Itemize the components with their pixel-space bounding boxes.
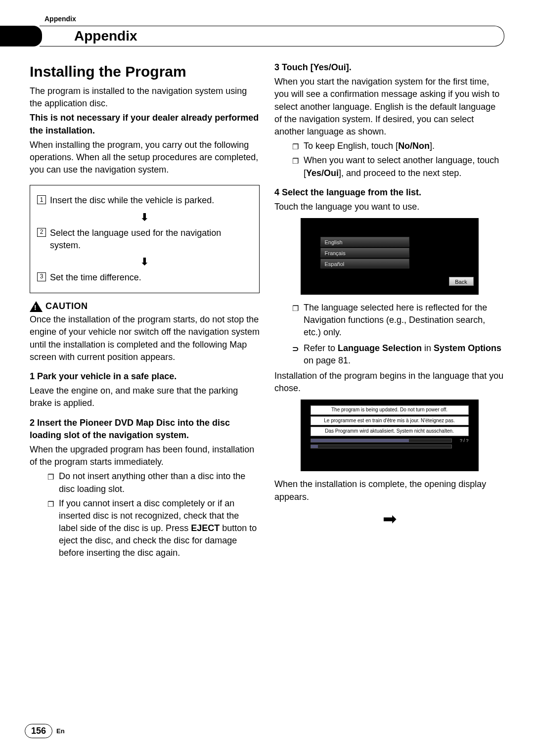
step-1-heading: 1 Park your vehicle in a safe place.	[30, 370, 260, 383]
caution-body: Once the installation of the program sta…	[30, 313, 260, 363]
flow-text-3: Set the time difference.	[50, 271, 141, 284]
ref-bold: System Options	[434, 343, 501, 353]
lang-option-francais[interactable]: Français	[320, 248, 409, 258]
back-button[interactable]: Back	[449, 277, 474, 286]
chapter-tab	[0, 26, 42, 46]
crossref-item: ⊃ Refer to Language Selection in System …	[292, 342, 504, 367]
step-2-bullets: ❐ Do not insert anything other than a di…	[47, 470, 260, 559]
bullet-fragment: ].	[430, 141, 435, 151]
flow-step-1: 1 Insert the disc while the vehicle is p…	[37, 194, 252, 207]
flow-number-1: 1	[37, 195, 46, 204]
step-4-body: Touch the language you want to use.	[274, 201, 504, 213]
bullet-text: To keep English, touch [No/Non].	[304, 140, 435, 152]
flow-text-1: Insert the disc while the vehicle is par…	[50, 194, 214, 207]
install-begin-text: Installation of the program begins in th…	[274, 370, 504, 395]
step-3-body: When you start the navigation system for…	[274, 76, 504, 138]
install-msg-de: Das Programm wird aktualisiert. System n…	[311, 427, 469, 436]
bullet-text: Do not insert anything other than a disc…	[59, 470, 260, 495]
chapter-title-line: Appendix	[40, 26, 504, 46]
lang-option-english[interactable]: English	[320, 237, 409, 247]
language-screen: English Français Español Back	[301, 218, 479, 295]
progress-bar	[311, 445, 452, 448]
flow-step-3: 3 Set the time difference.	[37, 271, 252, 284]
list-item: ❐ Do not insert anything other than a di…	[47, 470, 260, 495]
intro-paragraph-3: When installing the program, you carry o…	[30, 139, 260, 177]
content-columns: Installing the Program The program is in…	[30, 61, 504, 563]
step-4-notes: ❐ The language selected here is reflecte…	[292, 302, 504, 339]
caution-header: CAUTION	[30, 300, 260, 312]
bullet-icon: ❐	[47, 472, 54, 482]
progress-fill	[311, 445, 318, 448]
flow-text-2: Select the language used for the navigat…	[50, 227, 252, 252]
pointer-icon: ⊃	[292, 344, 299, 355]
warning-triangle-icon	[30, 301, 43, 312]
progress-row-1: ? / ?	[311, 438, 469, 444]
step-4-heading: 4 Select the language from the list.	[274, 186, 504, 199]
bullet-text: The language selected here is reflected …	[304, 302, 504, 339]
intro-paragraph-1: The program is installed to the navigati…	[30, 85, 260, 110]
intro-paragraph-2: This is not necessary if your dealer alr…	[30, 112, 260, 136]
yes-oui-label: Yes/Oui	[306, 168, 339, 178]
bullet-icon: ❐	[47, 499, 54, 509]
right-column: 3 Touch [Yes/Oui]. When you start the na…	[274, 61, 504, 563]
bullet-icon: ❐	[292, 303, 299, 313]
section-title: Installing the Program	[30, 61, 260, 82]
progress-count: ? / ?	[455, 438, 469, 444]
flow-box: 1 Insert the disc while the vehicle is p…	[30, 185, 260, 293]
list-item: ❐ When you want to select another langua…	[292, 154, 504, 179]
ref-fragment: in	[422, 343, 434, 353]
page-footer: 156 En	[25, 724, 65, 738]
continue-arrow-icon: ➡	[274, 507, 504, 531]
bullet-icon: ❐	[292, 141, 299, 152]
eject-label: EJECT	[191, 523, 220, 533]
no-non-label: No/Non	[398, 141, 430, 151]
install-done-text: When the installation is complete, the o…	[274, 478, 504, 503]
install-msg-fr: Le programme est en train d'être mis à j…	[311, 416, 469, 426]
install-msg-en: The program is being updated. Do not tur…	[311, 405, 469, 415]
progress-fill	[311, 439, 409, 442]
bullet-text: When you want to select another language…	[304, 154, 504, 179]
progress-bar	[311, 439, 452, 443]
crossref-list: ⊃ Refer to Language Selection in System …	[292, 342, 504, 367]
bullet-text: If you cannot insert a disc completely o…	[59, 497, 260, 560]
chapter-title: Appendix	[74, 28, 137, 44]
page-language: En	[56, 727, 65, 735]
step-3-bullets: ❐ To keep English, touch [No/Non]. ❐ Whe…	[292, 140, 504, 179]
bullet-fragment: To keep English, touch [	[304, 141, 398, 151]
left-column: Installing the Program The program is in…	[30, 61, 260, 563]
install-progress-screen: The program is being updated. Do not tur…	[301, 400, 479, 471]
manual-page: { "header": { "breadcrumb": "Appendix", …	[0, 0, 534, 756]
step-2-body: When the upgraded program has been found…	[30, 444, 260, 468]
chapter-header: Appendix	[30, 26, 504, 46]
bullet-icon: ❐	[292, 156, 299, 166]
list-item: ❐ If you cannot insert a disc completely…	[47, 497, 260, 560]
bullet-fragment: ], and proceed to the next step.	[339, 168, 461, 178]
list-item: ❐ To keep English, touch [No/Non].	[292, 140, 504, 152]
step-1-body: Leave the engine on, and make sure that …	[30, 385, 260, 409]
breadcrumb: Appendix	[44, 15, 504, 23]
ref-fragment: on page 81.	[304, 356, 351, 365]
flow-arrow-icon: ⬇	[37, 255, 252, 268]
flow-step-2: 2 Select the language used for the navig…	[37, 227, 252, 252]
crossref-text: Refer to Language Selection in System Op…	[304, 342, 504, 367]
flow-number-3: 3	[37, 272, 46, 281]
step-3-heading: 3 Touch [Yes/Oui].	[274, 61, 504, 74]
ref-fragment: Refer to	[304, 343, 338, 353]
progress-row-2	[311, 445, 469, 448]
ref-bold: Language Selection	[338, 343, 422, 353]
step-2-heading: 2 Insert the Pioneer DVD Map Disc into t…	[30, 417, 260, 442]
flow-arrow-icon: ⬇	[37, 210, 252, 224]
caution-label: CAUTION	[45, 300, 88, 312]
flow-number-2: 2	[37, 228, 46, 237]
page-number: 156	[25, 724, 52, 738]
lang-option-espanol[interactable]: Español	[320, 259, 409, 268]
list-item: ❐ The language selected here is reflecte…	[292, 302, 504, 339]
